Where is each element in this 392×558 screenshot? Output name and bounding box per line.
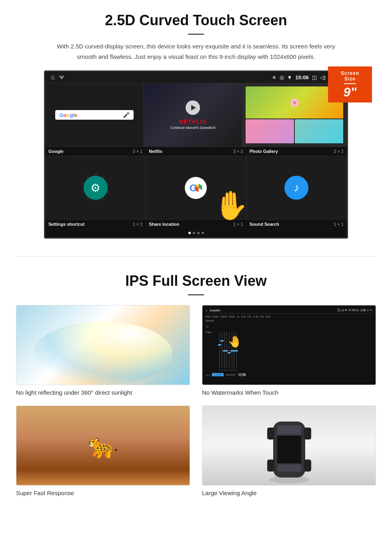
google-label-name: Google xyxy=(48,149,64,154)
amplifier-caption: No Watermarks When Touch xyxy=(202,389,376,396)
slider-val-8: 0 xyxy=(236,369,237,371)
amp-side-labels: Balance ◁) Fader xyxy=(206,319,214,333)
slider-val-hand: 0 xyxy=(226,369,227,371)
sunlight-caption: No light reflecting under 360° direct su… xyxy=(16,389,190,396)
settings-label: Settings shortcut 1 × 1 xyxy=(45,222,146,227)
car-top-view xyxy=(265,413,313,478)
android-screen: ⌂ Ψ ✳ ◎ ▼ 15:06 ◫ ◁) ⊠ ▭ xyxy=(44,70,348,239)
bluetooth-icon: ✳ xyxy=(272,74,276,80)
slider-track-3 xyxy=(224,332,225,368)
slider-val-1: 3 xyxy=(219,369,220,371)
maps-icon: G xyxy=(185,177,207,199)
amp-custom: Custom xyxy=(212,373,224,376)
amp-bars-container: 3 4 xyxy=(218,319,239,371)
badge-underline xyxy=(344,83,356,84)
amp-controls: Balance ◁) Fader 3 xyxy=(206,319,372,371)
dot-3 xyxy=(197,232,200,234)
amp-sliders: 3 4 xyxy=(219,327,237,371)
google-label-size: 3 × 1 xyxy=(133,149,143,154)
maps-app-cell[interactable]: G 🤚 xyxy=(146,156,246,220)
camera-icon: ◫ xyxy=(312,74,317,80)
app-labels-row1: Google 3 × 1 Netflix 3 × 2 Photo Gallery… xyxy=(45,147,347,156)
dot-2 xyxy=(193,232,195,234)
svg-rect-9 xyxy=(267,428,274,440)
feature-sunlight: No light reflecting under 360° direct su… xyxy=(16,305,190,396)
svg-rect-8 xyxy=(277,464,301,472)
slider-val-5: -3 xyxy=(228,369,230,371)
amp-slider-3: 0 xyxy=(224,332,225,371)
google-app-cell[interactable]: Google 🎤 xyxy=(45,83,144,147)
settings-app-cell[interactable]: ⚙ ⚙ xyxy=(45,156,146,220)
speaker-icon: ◁) xyxy=(206,325,214,328)
amp-home: ⌂ xyxy=(206,309,207,312)
section1-title: 2.5D Curved Touch Screen xyxy=(24,12,368,29)
hand-on-slider: 🤚 xyxy=(228,336,242,347)
dot-4 xyxy=(202,232,204,234)
badge-size: 9" xyxy=(334,86,366,98)
svg-rect-7 xyxy=(277,426,301,436)
sound-icon: ♪ xyxy=(284,176,308,200)
fader-label: Fader xyxy=(206,331,214,333)
home-icon[interactable]: ⌂ xyxy=(51,74,55,81)
sound-label: Sound Search 1 × 1 xyxy=(246,222,347,227)
wifi-icon: ▼ xyxy=(287,74,292,80)
slider-val-6: 0 xyxy=(231,369,232,371)
amp-loudness: loudness xyxy=(226,373,236,376)
car-image xyxy=(202,405,376,486)
cheetah-emoji: 🐆 xyxy=(88,432,118,460)
gallery-thumb-2 xyxy=(246,119,294,143)
usb-icon: Ψ xyxy=(60,74,64,80)
sound-search-cell[interactable]: ♪ xyxy=(246,156,347,220)
badge-label: Screen Size xyxy=(334,70,366,82)
car-visual xyxy=(202,406,376,485)
amp-slider-1: 3 xyxy=(219,332,220,371)
sunlight-image xyxy=(16,305,190,385)
cheetah-caption: Super Fast Response xyxy=(16,490,190,496)
netflix-label-name: Netflix xyxy=(149,149,162,154)
google-logo: Google xyxy=(59,112,77,118)
dot-1 xyxy=(188,232,191,234)
amp-slider-hand: 0 🤚 xyxy=(226,332,227,371)
amp-slider-2: 4 xyxy=(221,332,222,371)
sun-glow xyxy=(34,321,172,385)
netflix-label: Netflix 3 × 2 xyxy=(146,149,246,154)
section2-title: IPS Full Screen View xyxy=(16,273,376,289)
netflix-subtitle: Continue Marvel's Daredevil xyxy=(170,126,215,130)
amp-icons: ⬛ ◎ ▼ 17:33 ◫ ◁) ⊠ ▭ ↩ xyxy=(337,309,372,312)
svg-marker-1 xyxy=(199,184,202,190)
location-icon: ◎ xyxy=(280,74,284,80)
amp-header: ⌂ Amplifier ⬛ ◎ ▼ 17:33 ◫ ◁) ⊠ ▭ ↩ xyxy=(206,309,372,314)
gallery-label-name: Photo Gallery xyxy=(250,149,278,154)
loudness-toggle[interactable] xyxy=(238,373,246,376)
settings-icon: ⚙ xyxy=(84,176,108,200)
sunlight-visual xyxy=(16,305,190,385)
slider-thumb-hand xyxy=(225,350,228,351)
screen-size-badge: Screen Size 9" xyxy=(328,66,372,102)
feature-amplifier: ⌂ Amplifier ⬛ ◎ ▼ 17:33 ◫ ◁) ⊠ ▭ ↩ 60hz1… xyxy=(202,305,376,396)
google-search-bar[interactable]: Google 🎤 xyxy=(55,110,133,120)
screen-mockup-wrapper: Screen Size 9" ⌂ Ψ ✳ ◎ ▼ 15:06 ◫ ◁) ⊠ xyxy=(44,70,348,239)
title-underline-2 xyxy=(188,294,204,295)
sound-label-size: 1 × 1 xyxy=(334,222,344,227)
netflix-play-button[interactable] xyxy=(186,100,200,115)
settings-label-size: 1 × 1 xyxy=(133,222,143,227)
slider-val-3: 0 xyxy=(224,369,225,371)
app-grid-top: Google 🎤 NETFLIX Continue Marvel's Dared… xyxy=(45,83,347,147)
title-underline-1 xyxy=(188,34,204,35)
amp-title: Amplifier xyxy=(210,309,220,312)
slider-track-2 xyxy=(222,332,222,368)
slider-track-hand xyxy=(226,332,227,368)
car-svg xyxy=(265,413,313,486)
amp-footer: ◁◁ Custom loudness xyxy=(206,373,372,376)
netflix-label-size: 3 × 2 xyxy=(233,149,243,154)
netflix-app-cell[interactable]: NETFLIX Continue Marvel's Daredevil xyxy=(144,83,242,147)
cheetah-visual: 🐆 xyxy=(16,406,190,485)
maps-label-name: Share location xyxy=(149,222,179,227)
maps-label: Share location 1 × 1 xyxy=(146,222,246,227)
status-bar: ⌂ Ψ ✳ ◎ ▼ 15:06 ◫ ◁) ⊠ ▭ xyxy=(45,72,347,83)
amp-back: ◁◁ xyxy=(206,373,210,376)
app-grid-bottom: ⚙ ⚙ G xyxy=(45,156,347,220)
slider-thumb-5 xyxy=(228,352,231,353)
amplifier-image: ⌂ Amplifier ⬛ ◎ ▼ 17:33 ◫ ◁) ⊠ ▭ ↩ 60hz1… xyxy=(202,305,376,385)
mic-icon[interactable]: 🎤 xyxy=(123,112,130,118)
